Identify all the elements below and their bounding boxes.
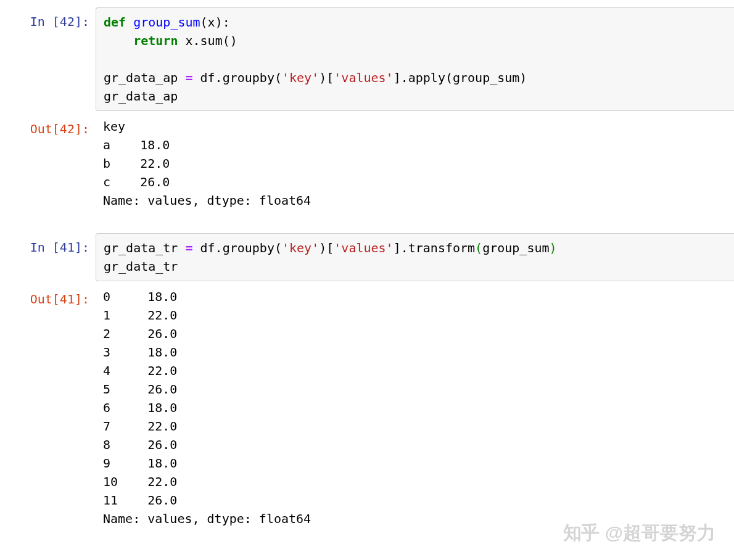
- cell-out-41: Out[41]: 0 18.0 1 22.0 2 26.0 3 18.0 4 2…: [0, 285, 734, 530]
- kw-return: return: [133, 33, 178, 48]
- code-input-41[interactable]: gr_data_tr = df.groupby('key')['values']…: [96, 233, 734, 281]
- prompt-out-41: Out[41]:: [0, 285, 96, 308]
- prompt-out-42: Out[42]:: [0, 115, 96, 138]
- prompt-in-42: In [42]:: [0, 7, 96, 31]
- fn-name: group_sum: [133, 15, 200, 30]
- cell-out-42: Out[42]: key a 18.0 b 22.0 c 26.0 Name: …: [0, 115, 734, 212]
- kw-def: def: [104, 15, 126, 30]
- cell-in-41: In [41]: gr_data_tr = df.groupby('key')[…: [0, 233, 734, 281]
- cell-gap: [0, 216, 734, 233]
- output-text-42: key a 18.0 b 22.0 c 26.0 Name: values, d…: [96, 115, 734, 212]
- notebook: In [42]: def group_sum(x): return x.sum(…: [0, 0, 734, 553]
- code-input-42[interactable]: def group_sum(x): return x.sum() gr_data…: [96, 7, 734, 111]
- cell-in-42: In [42]: def group_sum(x): return x.sum(…: [0, 7, 734, 111]
- output-text-41: 0 18.0 1 22.0 2 26.0 3 18.0 4 22.0 5 26.…: [96, 285, 734, 530]
- prompt-in-41: In [41]:: [0, 233, 96, 257]
